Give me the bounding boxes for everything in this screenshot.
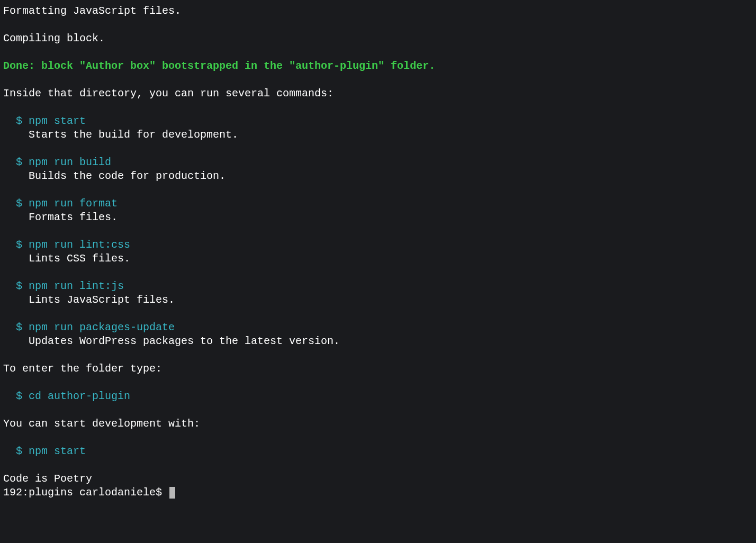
cmd-prefix: $ (3, 115, 29, 127)
start-dev-text: You can start development with: (3, 417, 753, 431)
command-npm-lint-js: $ npm run lint:js (3, 279, 753, 293)
command-npm-lint-css: $ npm run lint:css (3, 238, 753, 252)
command-npm-format: $ npm run format (3, 197, 753, 211)
command-npm-start: $ npm start (3, 114, 753, 128)
cmd-text: cd author-plugin (29, 390, 130, 402)
cmd-text: npm run format (29, 197, 118, 210)
cmd-prefix: $ (3, 156, 29, 168)
done-message: Done: block "Author box" bootstrapped in… (3, 59, 753, 73)
command-desc: Updates WordPress packages to the latest… (3, 334, 753, 348)
status-formatting: Formatting JavaScript files. (3, 4, 753, 18)
command-desc: Formats files. (3, 211, 753, 224)
cmd-text: npm start (29, 445, 86, 457)
cmd-prefix: $ (3, 280, 29, 292)
intro-text: Inside that directory, you can run sever… (3, 87, 753, 101)
prompt-text: 192:plugins carlodaniele$ (3, 486, 168, 499)
cmd-text: npm start (29, 115, 86, 127)
prompt-line[interactable]: 192:plugins carlodaniele$ (3, 486, 753, 500)
cmd-prefix: $ (3, 321, 29, 333)
command-desc: Starts the build for development. (3, 128, 753, 142)
command-npm-build: $ npm run build (3, 156, 753, 169)
cd-command: $ cd author-plugin (3, 390, 753, 403)
cmd-text: npm run build (29, 156, 111, 168)
cmd-prefix: $ (3, 197, 29, 210)
cmd-prefix: $ (3, 445, 29, 457)
command-desc: Builds the code for production. (3, 169, 753, 183)
cmd-prefix: $ (3, 390, 29, 402)
cmd-text: npm run lint:js (29, 280, 124, 292)
command-npm-packages-update: $ npm run packages-update (3, 321, 753, 334)
cmd-prefix: $ (3, 239, 29, 251)
cmd-text: npm run packages-update (29, 321, 175, 333)
command-desc: Lints JavaScript files. (3, 293, 753, 307)
npm-start-command: $ npm start (3, 445, 753, 458)
cursor-icon (169, 487, 175, 499)
poetry-text: Code is Poetry (3, 472, 753, 486)
cmd-text: npm run lint:css (29, 239, 130, 251)
enter-folder-text: To enter the folder type: (3, 362, 753, 376)
status-compiling: Compiling block. (3, 32, 753, 46)
command-desc: Lints CSS files. (3, 252, 753, 266)
